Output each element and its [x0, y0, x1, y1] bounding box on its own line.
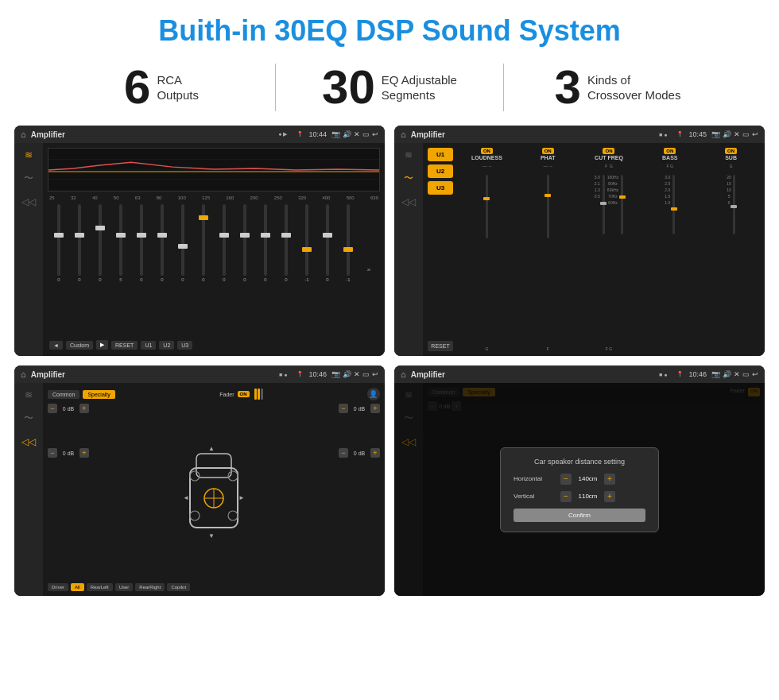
u1-button[interactable]: U1 — [141, 341, 156, 350]
eq-slider-11[interactable]: 0 — [277, 204, 296, 282]
copilot-btn[interactable]: Copilot — [167, 583, 190, 591]
eq-slider-3[interactable]: 5 — [111, 204, 130, 282]
db-minus-rr[interactable]: − — [339, 448, 348, 458]
all-btn[interactable]: All — [71, 583, 84, 591]
u1-btn[interactable]: U1 — [428, 148, 453, 161]
eq-slider-13[interactable]: 0 — [318, 204, 337, 282]
reset-button[interactable]: RESET — [111, 341, 138, 350]
rearright-btn[interactable]: RearRight — [135, 583, 165, 591]
u2-button[interactable]: U2 — [159, 341, 174, 350]
svg-rect-5 — [196, 454, 231, 478]
eq-slider-0[interactable]: 0 — [49, 204, 68, 282]
eq-bottom-bar: ◄ Custom ▶ RESET U1 U2 U3 — [48, 338, 380, 351]
db-minus-rl[interactable]: − — [48, 448, 57, 458]
screen-amp: ⌂ Amplifier ■ ● 📍 10:45 📷 🔊 ✕ ▭ ↩ ≋ 〜 ◁◁… — [394, 126, 765, 356]
back-icon-4: ↩ — [752, 370, 758, 378]
screen1-title: Amplifier — [31, 130, 274, 139]
db-plus-rr[interactable]: + — [370, 448, 380, 458]
back-icon: ↩ — [372, 130, 378, 138]
dot-icon-3: ■ ● — [279, 372, 287, 377]
car-diagram: ▲ ▼ ◄ ► — [124, 404, 304, 580]
location-icon-3: 📍 — [296, 371, 304, 377]
screen3-time: 10:46 — [308, 370, 327, 378]
screen3-status-icons: 📷 🔊 ✕ ▭ ↩ — [331, 370, 378, 378]
vertical-minus-btn[interactable]: − — [560, 491, 572, 502]
eq-icon-3[interactable]: ≋ — [25, 389, 33, 400]
home-icon-4: ⌂ — [401, 369, 406, 379]
eq-slider-8[interactable]: 0 — [215, 204, 234, 282]
eq-slider-12[interactable]: -1 — [297, 204, 316, 282]
fader-bar-2 — [258, 389, 260, 400]
eq-icon-2[interactable]: ≋ — [405, 149, 413, 160]
eq-slider-4[interactable]: 0 — [132, 204, 151, 282]
screen4-status-icons: 📷 🔊 ✕ ▭ ↩ — [711, 370, 758, 378]
eq-main-area: 25 32 40 50 63 80 100 125 160 200 250 32… — [43, 143, 385, 356]
screen3-title: Amplifier — [31, 370, 274, 379]
fader-bar-3 — [261, 389, 263, 400]
window-icon: ▭ — [362, 130, 370, 138]
driver-btn[interactable]: Driver — [48, 583, 68, 591]
eq-sliders: 0 0 0 5 0 0 0 0 0 0 0 0 -1 0 -1 » — [48, 204, 380, 335]
u2-btn[interactable]: U2 — [428, 164, 453, 178]
dialog-horizontal-control: − 140cm + — [560, 474, 615, 485]
screen4-title: Amplifier — [411, 370, 654, 379]
u3-button[interactable]: U3 — [177, 341, 192, 350]
tab-specialty[interactable]: Specialty — [83, 390, 114, 399]
db-plus-rl[interactable]: + — [79, 448, 89, 458]
dialog-horizontal-label: Horizontal — [514, 475, 557, 482]
eq-slider-2[interactable]: 0 — [91, 204, 110, 282]
confirm-button[interactable]: Confirm — [514, 509, 645, 522]
speaker-icon[interactable]: ◁◁ — [21, 196, 36, 207]
svg-text:►: ► — [238, 494, 245, 501]
speaker-icon-2[interactable]: ◁◁ — [401, 196, 416, 207]
eq-slider-6[interactable]: 0 — [173, 204, 192, 282]
svg-text:◄: ◄ — [183, 494, 189, 501]
db-value-fl: 0 dB — [59, 406, 78, 412]
dialog-title: Car speaker distance setting — [514, 458, 645, 466]
eq-slider-7[interactable]: 0 — [194, 204, 213, 282]
db-control-fl: − 0 dB + — [48, 404, 119, 413]
db-minus-fr[interactable]: − — [339, 404, 348, 413]
horizontal-minus-btn[interactable]: − — [560, 474, 572, 485]
dialog-vertical-label: Vertical — [514, 493, 557, 500]
horizontal-plus-btn[interactable]: + — [604, 474, 615, 485]
screen4-time: 10:46 — [688, 370, 707, 378]
tab-common[interactable]: Common — [48, 390, 79, 399]
wave-icon-3[interactable]: 〜 — [24, 412, 33, 425]
reset-btn-2[interactable]: RESET — [428, 341, 453, 351]
speaker-icon-3[interactable]: ◁◁ — [21, 436, 36, 447]
eq-slider-9[interactable]: 0 — [235, 204, 254, 282]
on-badge-bass: ON — [664, 148, 676, 154]
stat-rca-label: RCA Outputs — [157, 72, 199, 103]
eq-freq-labels: 25 32 40 50 63 80 100 125 160 200 250 32… — [48, 195, 380, 201]
vertical-plus-btn[interactable]: + — [604, 491, 615, 502]
eq-slider-5[interactable]: 0 — [153, 204, 172, 282]
dot-icon: ● ▶ — [278, 131, 287, 137]
eq-expand-btn[interactable]: » — [359, 266, 378, 273]
volume-icon: 🔊 — [343, 130, 351, 138]
screen2-topbar: ⌂ Amplifier ■ ● 📍 10:45 📷 🔊 ✕ ▭ ↩ — [394, 126, 765, 143]
wave-icon[interactable]: 〜 — [24, 172, 33, 185]
amp2-channels: ONLOUDNESS —~ G ONPHAT —~ — [458, 148, 760, 351]
user-btn[interactable]: User — [115, 583, 134, 591]
screen2-time: 10:45 — [688, 130, 707, 138]
db-plus-fl[interactable]: + — [79, 404, 89, 413]
equalizer-icon[interactable]: ≋ — [25, 149, 33, 160]
rearleft-btn[interactable]: RearLeft — [87, 583, 113, 591]
db-plus-fr[interactable]: + — [370, 404, 380, 413]
user-profile-icon[interactable]: 👤 — [367, 388, 380, 400]
u3-btn[interactable]: U3 — [428, 181, 453, 195]
fader-slider-visual — [254, 389, 263, 400]
window-icon-3: ▭ — [362, 370, 370, 378]
eq-slider-14[interactable]: -1 — [339, 204, 358, 282]
play-button[interactable]: ▶ — [96, 340, 108, 350]
wave-icon-2[interactable]: 〜 — [404, 172, 413, 185]
spk-bottom-bar: Driver All RearLeft User RearRight Copil… — [48, 583, 380, 591]
eq-slider-1[interactable]: 0 — [70, 204, 89, 282]
on-badge-cutfreq: ON — [603, 148, 614, 154]
eq-slider-10[interactable]: 0 — [256, 204, 275, 282]
prev-button[interactable]: ◄ — [49, 341, 63, 350]
spk-left-controls: − 0 dB + − 0 dB + — [48, 404, 119, 580]
on-badge-phat: ON — [542, 148, 554, 154]
db-minus-fl[interactable]: − — [48, 404, 57, 413]
